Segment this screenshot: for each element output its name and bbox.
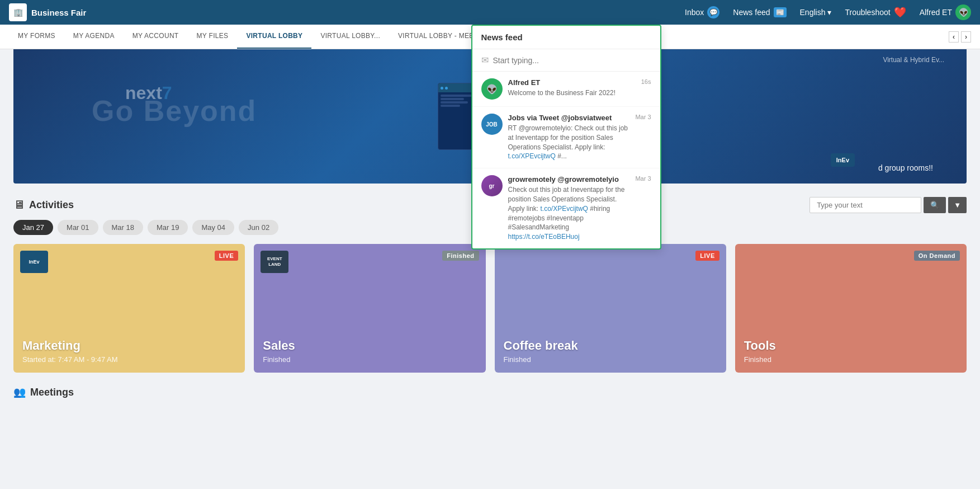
sidebar-item-virtual-lobby[interactable]: VIRTUAL LOBBY <box>237 25 311 49</box>
card-badge-ondemand: On Demand <box>914 251 960 261</box>
screen-line <box>441 101 468 104</box>
card-subtitle: Finished <box>263 355 476 364</box>
news-item-content: growremotely @growremotelyio Check out t… <box>508 175 630 242</box>
news-feed-icon: 📰 <box>774 7 787 17</box>
news-author: Alfred ET <box>508 78 636 87</box>
news-feed-label: News feed <box>733 8 770 17</box>
news-link-2[interactable]: https://t.co/eTEoBEHuoj <box>508 233 580 241</box>
inbox-icon: 💬 <box>709 8 718 16</box>
avatar: gr <box>481 175 503 196</box>
news-text: Check out this job at Ineventapp for the… <box>508 185 630 242</box>
card-subtitle: Finished <box>744 355 958 364</box>
card-badge-finished: Finished <box>442 251 479 261</box>
date-tab-mar18[interactable]: Mar 18 <box>103 220 143 235</box>
send-icon: ✉ <box>481 55 489 65</box>
avatar: JOB <box>481 114 503 135</box>
card-subtitle: Started at: 7:47 AM - 9:47 AM <box>22 355 236 364</box>
logo-text: Business Fair <box>31 8 86 17</box>
card-title: Coffee break <box>504 338 717 353</box>
language-label: English <box>800 8 826 17</box>
card-background: Finished EVENTLAND Sales Finished <box>254 244 485 373</box>
news-feed-search-bar: ✉ <box>472 49 660 72</box>
news-text: Welcome to the Business Fair 2022! <box>508 88 636 98</box>
activity-card-marketing[interactable]: LIVE InEv Marketing Started at: 7:47 AM … <box>13 244 245 373</box>
screen-line <box>441 105 460 107</box>
avatar: 👽 <box>481 78 503 100</box>
monitor-icon: 🖥 <box>13 199 25 211</box>
nav-arrow-right[interactable]: › <box>961 31 971 43</box>
meetings-section: 👥 Meetings <box>13 386 967 398</box>
news-item-content: Jobs via Tweet @jobsviatweet RT @growrem… <box>508 114 630 161</box>
card-background: On Demand Tools Finished <box>735 244 967 373</box>
language-selector[interactable]: English ▾ <box>800 8 832 17</box>
date-tab-jun02[interactable]: Jun 02 <box>239 220 278 235</box>
search-input[interactable] <box>809 197 921 213</box>
date-tab-mar01[interactable]: Mar 01 <box>58 220 98 235</box>
card-background: LIVE InEv Marketing Started at: 7:47 AM … <box>13 244 245 373</box>
filter-button[interactable]: ▼ <box>948 197 967 213</box>
news-feed-dropdown-title: News feed <box>472 26 660 49</box>
activity-cards: LIVE InEv Marketing Started at: 7:47 AM … <box>13 244 967 373</box>
activity-card-sales[interactable]: Finished EVENTLAND Sales Finished <box>254 244 485 373</box>
card-subtitle: Finished <box>504 355 717 364</box>
screen-line <box>441 98 464 100</box>
screen-dot <box>441 87 443 90</box>
hero-rooms-text: d group rooms!! <box>878 163 933 172</box>
activity-card-tools[interactable]: On Demand Tools Finished <box>735 244 967 373</box>
sidebar-item-my-forms[interactable]: MY FORMS <box>9 25 64 49</box>
nav-arrow-left[interactable]: ‹ <box>949 31 959 43</box>
date-tab-jan27[interactable]: Jan 27 <box>13 220 53 235</box>
search-button[interactable]: 🔍 <box>924 197 946 213</box>
top-nav: 🏢 Business Fair Inbox 💬 News feed 📰 Engl… <box>0 0 980 25</box>
activities-label: Activities <box>29 199 74 211</box>
hero-brand: InEv <box>831 153 855 167</box>
sidebar-item-my-files[interactable]: MY FILES <box>188 25 238 49</box>
inbox-label: Inbox <box>685 8 704 17</box>
news-feed-dropdown: News feed ✉ 👽 Alfred ET Welcome to the B… <box>471 25 661 250</box>
sidebar-item-my-account[interactable]: MY ACCOUNT <box>124 25 188 49</box>
card-title: Sales <box>263 338 476 353</box>
screen-line <box>441 95 472 97</box>
meetings-title: Meetings <box>30 387 74 398</box>
card-badge-live: LIVE <box>215 251 238 261</box>
news-feed-nav-item[interactable]: News feed 📰 <box>733 7 786 17</box>
logo-icon: 🏢 <box>9 3 27 21</box>
activities-title: 🖥 Activities <box>13 199 74 211</box>
user-name: Alfred ET <box>920 8 952 17</box>
card-title: Marketing <box>22 338 236 353</box>
news-author: growremotely @growremotelyio <box>508 175 630 184</box>
activity-card-coffee-break[interactable]: LIVE Coffee break Finished <box>495 244 726 373</box>
sidebar-item-virtual-lobby2[interactable]: VIRTUAL LOBBY... <box>311 25 389 49</box>
user-profile[interactable]: Alfred ET 👽 <box>920 4 971 20</box>
news-text: RT @growremotelyio: Check out this job a… <box>508 124 630 161</box>
card-logo-eventland: EVENTLAND <box>261 251 288 273</box>
news-item: JOB Jobs via Tweet @jobsviatweet RT @gro… <box>472 107 660 168</box>
hero-big-text: Go Beyond <box>92 94 257 128</box>
hero-sub-label: Virtual & Hybrid Ev... <box>883 56 944 64</box>
news-link[interactable]: t.co/XPEvcijtwQ <box>508 152 556 160</box>
screen-dot <box>445 87 448 90</box>
date-tab-may04[interactable]: May 04 <box>192 220 234 235</box>
troubleshoot-icon: ❤️ <box>894 6 906 18</box>
top-nav-right: Inbox 💬 News feed 📰 English ▾ Troublesho… <box>685 4 971 20</box>
card-title: Tools <box>744 338 958 353</box>
card-badge-live: LIVE <box>695 251 719 261</box>
card-background: LIVE Coffee break Finished <box>495 244 726 373</box>
troubleshoot-nav-item[interactable]: Troubleshoot ❤️ <box>845 6 906 18</box>
news-time: 16s <box>641 78 651 85</box>
news-item: 👽 Alfred ET Welcome to the Business Fair… <box>472 72 660 107</box>
sidebar-item-my-agenda[interactable]: MY AGENDA <box>64 25 124 49</box>
second-nav-arrows: ‹ › <box>949 31 971 43</box>
avatar: 👽 <box>955 4 971 20</box>
card-logo-inevent: InEv <box>20 251 48 273</box>
news-time: Mar 3 <box>635 114 651 120</box>
news-item-content: Alfred ET Welcome to the Business Fair 2… <box>508 78 636 98</box>
news-feed-search-input[interactable] <box>493 56 651 65</box>
news-link[interactable]: t.co/XPEvcijtwQ <box>541 205 588 213</box>
news-item: gr growremotely @growremotelyio Check ou… <box>472 168 660 248</box>
troubleshoot-label: Troubleshoot <box>845 8 890 17</box>
meetings-icon: 👥 <box>13 386 26 398</box>
logo[interactable]: 🏢 Business Fair <box>9 3 86 21</box>
date-tab-mar19[interactable]: Mar 19 <box>148 220 188 235</box>
inbox-nav-item[interactable]: Inbox 💬 <box>685 6 719 18</box>
